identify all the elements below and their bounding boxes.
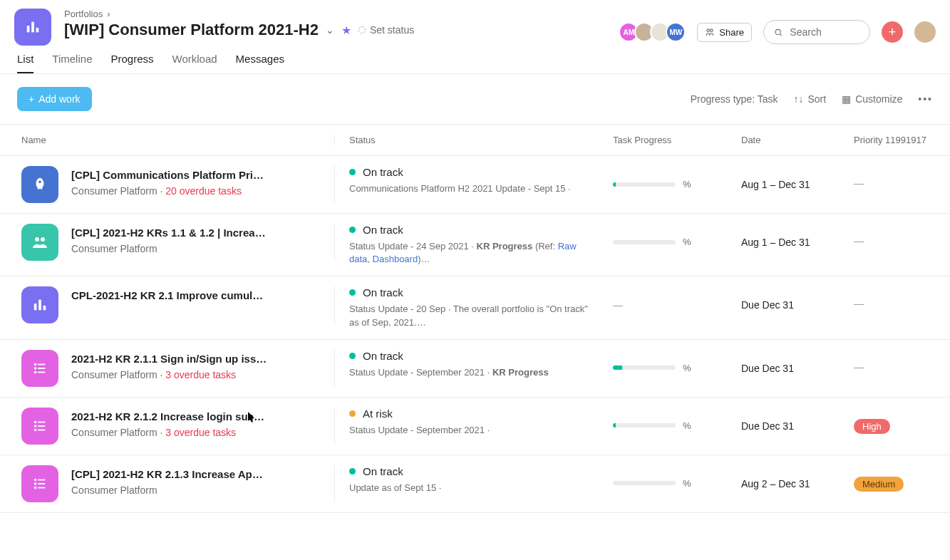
star-icon[interactable]: ★ <box>341 24 351 37</box>
svg-rect-27 <box>38 483 45 484</box>
add-work-label: Add work <box>38 93 80 105</box>
svg-rect-11 <box>43 306 46 310</box>
tab-progress[interactable]: Progress <box>110 53 153 73</box>
sort-icon: ↑↓ <box>793 93 803 105</box>
member-avatars[interactable]: AMMW <box>623 22 686 42</box>
chevron-down-icon[interactable]: ⌄ <box>326 24 334 36</box>
column-priority[interactable]: Priority 11991917 <box>854 135 950 145</box>
column-date[interactable]: Date <box>741 135 854 145</box>
create-button[interactable]: + <box>882 21 903 43</box>
project-icon <box>21 465 58 502</box>
avatar[interactable]: MW <box>666 22 686 42</box>
svg-point-6 <box>38 181 41 184</box>
share-label: Share <box>719 27 744 38</box>
tab-messages[interactable]: Messages <box>236 53 284 73</box>
date-cell: Aug 1 – Dec 31 <box>741 224 854 248</box>
table-row[interactable]: 2021-H2 KR 2.1.1 Sign in/Sign up iss… Co… <box>0 340 950 398</box>
chevron-right-icon: › <box>107 9 110 19</box>
status-label[interactable]: On track <box>349 166 599 178</box>
svg-point-28 <box>34 486 37 489</box>
column-progress[interactable]: Task Progress <box>613 135 741 145</box>
project-subtitle: Consumer Platform <box>71 484 263 496</box>
project-name[interactable]: CPL-2021-H2 KR 2.1 Improve cumul… <box>71 289 263 301</box>
svg-rect-9 <box>34 304 37 311</box>
svg-rect-17 <box>38 371 45 373</box>
project-icon <box>21 286 58 323</box>
search-input[interactable] <box>763 20 870 44</box>
page-title[interactable]: [WIP] Consumer Platform 2021-H2 <box>64 21 319 39</box>
tab-timeline[interactable]: Timeline <box>52 53 92 73</box>
progress-type-selector[interactable]: Progress type: Task <box>691 93 778 105</box>
project-name[interactable]: [CPL] 2021-H2 KR 2.1.3 Increase Ap… <box>71 468 263 480</box>
project-name[interactable]: 2021-H2 KR 2.1.1 Sign in/Sign up iss… <box>71 353 267 365</box>
set-status-label: Set status <box>370 24 414 36</box>
tab-workload[interactable]: Workload <box>172 53 217 73</box>
more-menu[interactable]: ••• <box>918 93 933 105</box>
set-status-button[interactable]: Set status <box>358 24 414 36</box>
project-subtitle: Consumer Platform · 3 overdue tasks <box>71 369 267 380</box>
table-row[interactable]: CPL-2021-H2 KR 2.1 Improve cumul… On tra… <box>0 276 950 339</box>
status-description: Status Update - September 2021 · KR Prog… <box>349 366 599 379</box>
date-cell: Aug 2 – Dec 31 <box>741 465 854 489</box>
status-label[interactable]: On track <box>349 224 599 236</box>
project-icon <box>21 408 58 445</box>
sort-button[interactable]: ↑↓ Sort <box>793 93 826 105</box>
tab-list[interactable]: List <box>17 53 33 73</box>
date-cell: Due Dec 31 <box>741 286 854 311</box>
svg-rect-25 <box>38 479 45 480</box>
svg-rect-0 <box>27 26 30 32</box>
status-dot-icon <box>349 227 356 233</box>
breadcrumb[interactable]: Portfolios › <box>64 9 623 19</box>
progress-cell: % <box>613 166 741 190</box>
project-name[interactable]: [CPL] 2021-H2 KRs 1.1 & 1.2 | Increa… <box>71 227 266 239</box>
customize-button[interactable]: ▦ Customize <box>842 93 902 105</box>
table-row[interactable]: 2021-H2 KR 2.1.2 Increase login suc… Con… <box>0 398 950 455</box>
status-description: Update as of Sept 15 · <box>349 482 599 494</box>
priority-badge: High <box>854 419 890 434</box>
status-dot-icon <box>358 26 366 33</box>
breadcrumb-parent[interactable]: Portfolios <box>64 9 103 19</box>
table-row[interactable]: [CPL] Communications Platform Pri… Consu… <box>0 156 950 214</box>
svg-point-26 <box>34 482 37 485</box>
progress-cell: % <box>613 350 741 373</box>
project-name[interactable]: [CPL] Communications Platform Pri… <box>71 169 264 181</box>
status-label[interactable]: On track <box>349 350 599 362</box>
svg-rect-29 <box>38 487 45 488</box>
status-label[interactable]: On track <box>349 286 599 299</box>
status-dot-icon <box>349 169 356 175</box>
table-row[interactable]: [CPL] 2021-H2 KRs 1.1 & 1.2 | Increa… Co… <box>0 214 950 276</box>
priority-cell: Medium <box>854 465 950 492</box>
priority-cell: — <box>854 350 950 373</box>
overdue-text: 3 overdue tasks <box>165 427 236 438</box>
add-work-button[interactable]: + Add work <box>17 87 92 111</box>
customize-label: Customize <box>855 93 902 105</box>
portfolio-icon <box>14 9 51 46</box>
svg-point-7 <box>35 237 39 242</box>
progress-text: % <box>683 237 691 247</box>
status-label[interactable]: On track <box>349 465 599 477</box>
svg-point-4 <box>711 29 713 32</box>
project-subtitle: Consumer Platform · 20 overdue tasks <box>71 185 264 197</box>
svg-rect-23 <box>38 429 45 430</box>
date-cell: Due Dec 31 <box>741 408 854 432</box>
date-cell: Due Dec 31 <box>741 350 854 374</box>
svg-rect-2 <box>36 28 39 32</box>
project-name[interactable]: 2021-H2 KR 2.1.2 Increase login suc… <box>71 410 264 422</box>
overdue-text: 20 overdue tasks <box>165 185 242 197</box>
column-status[interactable]: Status <box>335 135 613 145</box>
search-field[interactable] <box>788 26 859 38</box>
svg-point-3 <box>707 29 710 32</box>
project-icon <box>21 166 58 203</box>
table-row[interactable]: [CPL] 2021-H2 KR 2.1.3 Increase Ap… Cons… <box>0 455 950 513</box>
sort-label: Sort <box>807 93 826 105</box>
progress-type-label: Progress type: Task <box>691 93 778 105</box>
svg-point-5 <box>775 29 780 34</box>
status-label[interactable]: At risk <box>349 408 599 420</box>
column-name[interactable]: Name <box>21 135 335 145</box>
grid-icon: ▦ <box>842 93 851 105</box>
user-avatar[interactable] <box>914 21 936 43</box>
share-button[interactable]: Share <box>697 23 752 42</box>
progress-text: % <box>683 179 691 190</box>
progress-bar <box>613 365 676 370</box>
priority-badge: Medium <box>854 477 904 492</box>
